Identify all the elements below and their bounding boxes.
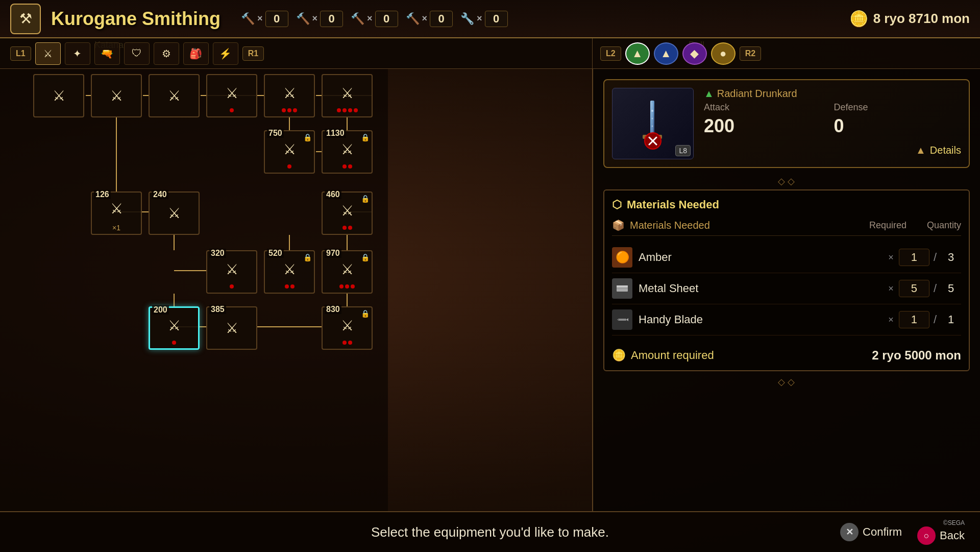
wrench-icon: 🔧 bbox=[460, 12, 474, 26]
weapon-node-4[interactable]: ⚔ bbox=[206, 74, 257, 117]
dot bbox=[342, 226, 347, 230]
weapon-node-15[interactable]: 200 ⚔ bbox=[149, 306, 200, 350]
dots-15 bbox=[172, 341, 176, 345]
tab-katana[interactable]: ⚔ bbox=[35, 42, 61, 65]
svg-marker-32 bbox=[626, 318, 628, 321]
weapon-node-12[interactable]: 320 ⚔ bbox=[206, 250, 257, 294]
weapon-img-11: ⚔ bbox=[329, 197, 365, 225]
weapon-node-10[interactable]: 240 ⚔ bbox=[149, 191, 200, 235]
materials-sub-title: Materials Needed bbox=[630, 220, 710, 231]
hammer-count-1: 0 bbox=[265, 11, 288, 27]
tab-gun[interactable]: 🔫 bbox=[94, 42, 120, 65]
attack-label: Attack bbox=[704, 102, 831, 113]
quality-nav-right[interactable]: R2 bbox=[740, 46, 761, 61]
weapon-node-14[interactable]: 970 ⚔ bbox=[322, 250, 373, 294]
amber-slash: / bbox=[934, 251, 937, 264]
col-quantity: Quantity bbox=[927, 220, 961, 231]
weapon-node-16[interactable]: 385 ⚔ bbox=[206, 306, 257, 350]
weapon-img-17: ⚔ bbox=[329, 311, 365, 340]
weapon-node-6[interactable]: ⚔ bbox=[322, 74, 373, 117]
weapon-node-5[interactable]: ⚔ bbox=[264, 74, 315, 117]
weapon-img-5: ⚔ bbox=[272, 79, 307, 107]
amount-label: 🪙 Amount required bbox=[612, 349, 714, 362]
weapon-node-8[interactable]: 1130 ⚔ bbox=[322, 130, 373, 174]
sega-badge: ©SEGA bbox=[917, 519, 965, 526]
confirm-label: Confirm bbox=[863, 525, 902, 539]
hammer-icon-3: 🔨 bbox=[351, 12, 364, 26]
qty-9: ×1 bbox=[112, 224, 120, 232]
hammer-count-3: 0 bbox=[375, 11, 398, 27]
tab-nav-left[interactable]: L1 bbox=[10, 46, 31, 61]
cost-11: 460 bbox=[325, 190, 341, 199]
dots-14 bbox=[339, 284, 355, 289]
hammer-count-4: 0 bbox=[430, 11, 453, 27]
weapon-node-3[interactable]: ⚔ bbox=[149, 74, 200, 117]
weapon-img-16: ⚔ bbox=[214, 314, 250, 342]
coin-icon-small: 🪙 bbox=[612, 349, 626, 362]
weapon-img-1: ⚔ bbox=[41, 82, 77, 110]
metalsheet-x: × bbox=[888, 283, 894, 294]
instruction-text: Select the equipment you'd like to make. bbox=[371, 524, 609, 540]
svg-rect-33 bbox=[617, 319, 619, 320]
tab-star[interactable]: ✦ bbox=[65, 42, 90, 65]
tab-bag[interactable]: 🎒 bbox=[183, 42, 209, 65]
quality-btn-purple[interactable]: ◆ bbox=[682, 42, 707, 65]
money-display: 🪙 8 ryo 8710 mon bbox=[849, 10, 970, 28]
handyblade-slash: / bbox=[934, 313, 937, 326]
amount-row: 🪙 Amount required 2 ryo 5000 mon bbox=[612, 343, 961, 363]
cost-17: 830 bbox=[325, 305, 341, 314]
tab-lightning[interactable]: ⚡ bbox=[213, 42, 238, 65]
weapon-img-12: ⚔ bbox=[214, 255, 250, 283]
cost-15: 200 bbox=[152, 305, 169, 315]
weapon-img-14: ⚔ bbox=[329, 255, 365, 283]
materials-title: Materials Needed bbox=[627, 198, 719, 211]
handyblade-quantity: 1 bbox=[941, 313, 961, 326]
svg-rect-29 bbox=[617, 285, 628, 287]
weapon-img-2: ⚔ bbox=[99, 82, 134, 110]
dot bbox=[285, 284, 289, 289]
hammer-icon-2: 🔨 bbox=[296, 12, 310, 26]
amber-x: × bbox=[888, 252, 894, 263]
details-label: Details bbox=[930, 145, 961, 156]
hammer-icon-4: 🔨 bbox=[406, 12, 420, 26]
dot bbox=[348, 108, 352, 112]
tab-shield[interactable]: 🛡 bbox=[124, 42, 150, 65]
weapon-img-7: ⚔ bbox=[272, 135, 307, 163]
amber-icon: 🟠 bbox=[612, 247, 632, 268]
weapon-node-1[interactable]: ⚔ bbox=[33, 74, 84, 117]
dots-7 bbox=[287, 164, 291, 169]
tab-nav-right[interactable]: R1 bbox=[242, 46, 264, 61]
weapon-tab-bar: L1 ⚔ ✦ 🔫 🛡 ⚙ 🎒 ⚡ R1 bbox=[0, 38, 592, 69]
weapon-node-11[interactable]: 460 ⚔ bbox=[322, 191, 373, 235]
weapon-img-4: ⚔ bbox=[214, 79, 250, 107]
weapon-node-7[interactable]: 750 ⚔ bbox=[264, 130, 315, 174]
cost-13: 520 bbox=[267, 249, 284, 258]
weapon-node-2[interactable]: ⚔ bbox=[91, 74, 142, 117]
divider-bottom: ◇ ◇ bbox=[603, 376, 970, 388]
dot bbox=[342, 341, 347, 345]
dot bbox=[342, 108, 347, 112]
dot bbox=[230, 284, 234, 289]
weapon-tree: ⚔ ⚔ ⚔ ⚔ ⚔ ⚔ 750 ⚔ 1 bbox=[0, 69, 388, 511]
dots-4 bbox=[230, 108, 234, 112]
tab-gear[interactable]: ⚙ bbox=[154, 42, 179, 65]
quality-btn-gold[interactable]: ● bbox=[711, 42, 736, 65]
bottom-bar: Select the equipment you'd like to make.… bbox=[0, 511, 980, 552]
logo-icon: ⚒ bbox=[19, 10, 32, 27]
wrench-count: 0 bbox=[485, 11, 508, 27]
quality-btn-blue[interactable]: ▲ bbox=[654, 42, 678, 65]
metalsheet-quantity: 5 bbox=[941, 282, 961, 295]
resource-hammer-4: 🔨 × 0 bbox=[406, 11, 453, 27]
attack-value: 200 bbox=[704, 115, 831, 137]
quality-nav-left[interactable]: L2 bbox=[600, 46, 621, 61]
details-button[interactable]: ▲ Details bbox=[916, 145, 961, 156]
weapon-type-badge: ▲ Radiant Drunkard bbox=[704, 88, 797, 100]
quality-btn-dull[interactable]: ▲ bbox=[625, 42, 650, 65]
weapon-node-9[interactable]: 126 ⚔ ×1 bbox=[91, 191, 142, 235]
quality-tab-bar: L2 ▲ ▲ ◆ ● R2 bbox=[592, 38, 980, 69]
weapon-node-13[interactable]: 520 ⚔ bbox=[264, 250, 315, 294]
material-row-handyblade: Handy Blade × 1 / 1 bbox=[612, 304, 961, 335]
cost-16: 385 bbox=[209, 305, 226, 314]
weapon-node-17[interactable]: 830 ⚔ bbox=[322, 306, 373, 350]
dots-5 bbox=[282, 108, 297, 112]
